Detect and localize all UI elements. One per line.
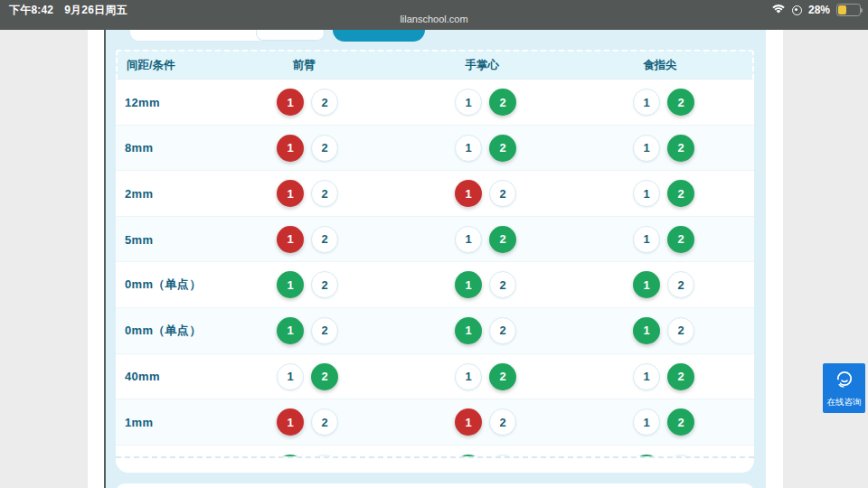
choice-pair: 12 <box>633 408 694 436</box>
choice-2-button[interactable]: 2 <box>667 135 694 162</box>
choice-pair: 12 <box>277 408 338 436</box>
choice-pair: 12 <box>633 317 694 344</box>
choice-1-button[interactable]: 1 <box>633 363 660 390</box>
row-label: 12mm <box>125 95 160 108</box>
choice-1-button[interactable]: 1 <box>633 226 660 253</box>
address-bar[interactable]: lilanschool.com <box>0 14 868 24</box>
choice-2-button[interactable]: 2 <box>667 226 694 253</box>
headset-icon <box>834 363 855 394</box>
next-card-top-edge <box>116 483 754 488</box>
choice-pair: 12 <box>455 317 516 344</box>
choice-pair: 12 <box>277 317 338 344</box>
wifi-icon <box>771 2 786 18</box>
row-label: 1mm <box>125 415 153 428</box>
choice-2-button[interactable]: 2 <box>489 226 516 253</box>
choice-2-button[interactable]: 2 <box>489 89 516 116</box>
table-row: 1mm121212 <box>116 399 754 446</box>
row-label: 40mm <box>125 370 160 383</box>
choice-pair: 12 <box>633 455 694 458</box>
choice-2-button[interactable]: 2 <box>489 135 516 162</box>
choice-1-button[interactable]: 1 <box>455 408 482 436</box>
choice-1-button[interactable]: 1 <box>277 271 304 298</box>
choice-1-button[interactable]: 1 <box>277 180 304 207</box>
submit-button-cutoff[interactable] <box>333 30 425 42</box>
choice-pair: 12 <box>455 89 516 116</box>
choice-1-button[interactable]: 1 <box>455 363 482 390</box>
table-row: 0mm（单点）121212 <box>116 262 754 308</box>
choice-1-button[interactable]: 1 <box>633 455 660 458</box>
choice-pair: 12 <box>455 135 516 162</box>
choice-pair: 12 <box>455 226 516 253</box>
choice-2-button[interactable]: 2 <box>667 408 694 436</box>
choice-pair: 12 <box>455 363 516 390</box>
choice-1-button[interactable]: 1 <box>277 89 304 116</box>
choice-pair: 12 <box>277 226 338 253</box>
choice-pair: 12 <box>633 226 694 253</box>
choice-1-button[interactable]: 1 <box>277 455 304 458</box>
choice-pair: 12 <box>633 363 694 390</box>
choice-pair: 12 <box>633 135 694 162</box>
choice-2-button[interactable]: 2 <box>489 455 516 458</box>
choice-2-button[interactable]: 2 <box>489 317 516 344</box>
choice-2-button[interactable]: 2 <box>311 271 338 298</box>
choice-1-button[interactable]: 1 <box>455 180 482 207</box>
choice-1-button[interactable]: 1 <box>455 89 482 116</box>
choice-2-button[interactable]: 2 <box>311 363 338 390</box>
choice-1-button[interactable]: 1 <box>633 180 660 207</box>
choice-2-button[interactable]: 2 <box>311 408 338 436</box>
header-palm: 手掌心 <box>446 58 518 73</box>
rotation-lock-icon <box>792 5 802 15</box>
choice-pair: 12 <box>277 271 338 298</box>
choice-1-button[interactable]: 1 <box>277 226 304 253</box>
choice-pair: 12 <box>455 408 516 436</box>
online-chat-widget[interactable]: 在线咨询 <box>823 363 865 413</box>
choice-1-button[interactable]: 1 <box>277 408 304 436</box>
choice-2-button[interactable]: 2 <box>667 180 694 207</box>
choice-2-button[interactable]: 2 <box>489 180 516 207</box>
table-row: 5mm121212 <box>116 217 754 263</box>
choice-2-button[interactable]: 2 <box>667 317 694 344</box>
header-fingertip: 食指尖 <box>624 58 696 73</box>
choice-2-button[interactable]: 2 <box>667 363 694 390</box>
choice-pair: 12 <box>277 455 338 458</box>
choice-1-button[interactable]: 1 <box>633 89 660 116</box>
status-icons: 28% <box>771 4 861 16</box>
row-label: 0mm（单点） <box>125 323 201 339</box>
choice-1-button[interactable]: 1 <box>277 363 304 390</box>
choice-pair: 12 <box>633 89 694 116</box>
row-label: 5mm <box>125 232 153 246</box>
form-inner-control-cutoff[interactable] <box>256 30 325 41</box>
choice-2-button[interactable]: 2 <box>311 180 338 207</box>
table-row: 0mm（单点）121212 <box>116 308 754 354</box>
choice-1-button[interactable]: 1 <box>277 135 304 162</box>
choice-1-button[interactable]: 1 <box>455 271 482 298</box>
choice-2-button[interactable]: 2 <box>311 455 338 458</box>
choice-1-button[interactable]: 1 <box>277 317 304 344</box>
battery-percent: 28% <box>808 4 830 16</box>
choice-1-button[interactable]: 1 <box>455 135 482 162</box>
choice-2-button[interactable]: 2 <box>311 317 338 344</box>
choice-pair: 12 <box>277 135 338 162</box>
choice-2-button[interactable]: 2 <box>667 271 694 298</box>
choice-1-button[interactable]: 1 <box>633 135 660 162</box>
choice-1-button[interactable]: 1 <box>455 226 482 253</box>
results-table-card: 间距/条件 前臂 手掌心 食指尖 12mm1212128mm1212122mm1… <box>116 50 754 473</box>
table-row: 8mm121212 <box>116 126 754 172</box>
choice-1-button[interactable]: 1 <box>633 408 660 436</box>
choice-1-button[interactable]: 1 <box>633 317 660 344</box>
choice-pair: 12 <box>277 363 338 390</box>
choice-2-button[interactable]: 2 <box>489 271 516 298</box>
choice-2-button[interactable]: 2 <box>311 226 338 253</box>
choice-2-button[interactable]: 2 <box>667 89 694 116</box>
choice-1-button[interactable]: 1 <box>455 455 482 458</box>
choice-1-button[interactable]: 1 <box>633 271 660 298</box>
choice-2-button[interactable]: 2 <box>489 408 516 436</box>
left-divider-line <box>104 30 106 488</box>
choice-2-button[interactable]: 2 <box>489 363 516 390</box>
row-label: 0mm（单点） <box>125 277 201 293</box>
choice-2-button[interactable]: 2 <box>311 89 338 116</box>
choice-2-button[interactable]: 2 <box>311 135 338 162</box>
choice-1-button[interactable]: 1 <box>455 317 482 344</box>
table-row: 12mm121212 <box>116 80 754 126</box>
choice-2-button[interactable]: 2 <box>667 455 694 458</box>
